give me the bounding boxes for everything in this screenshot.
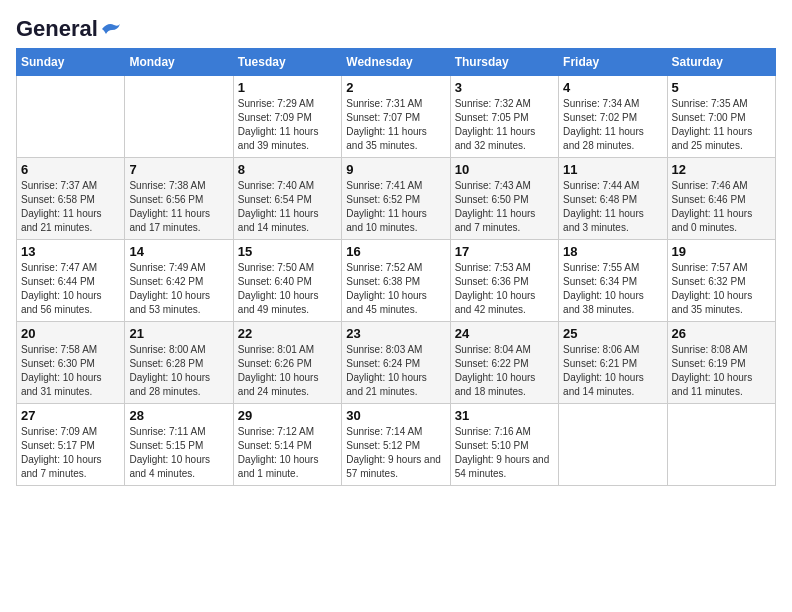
day-number: 17 (455, 244, 554, 259)
calendar-table: SundayMondayTuesdayWednesdayThursdayFrid… (16, 48, 776, 486)
day-detail: Sunrise: 7:46 AM Sunset: 6:46 PM Dayligh… (672, 179, 771, 235)
weekday-header-row: SundayMondayTuesdayWednesdayThursdayFrid… (17, 49, 776, 76)
calendar-cell (125, 76, 233, 158)
calendar-cell: 21Sunrise: 8:00 AM Sunset: 6:28 PM Dayli… (125, 322, 233, 404)
calendar-week-1: 1Sunrise: 7:29 AM Sunset: 7:09 PM Daylig… (17, 76, 776, 158)
day-detail: Sunrise: 7:53 AM Sunset: 6:36 PM Dayligh… (455, 261, 554, 317)
day-number: 9 (346, 162, 445, 177)
day-detail: Sunrise: 8:01 AM Sunset: 6:26 PM Dayligh… (238, 343, 337, 399)
calendar-cell: 14Sunrise: 7:49 AM Sunset: 6:42 PM Dayli… (125, 240, 233, 322)
day-number: 16 (346, 244, 445, 259)
calendar-cell (17, 76, 125, 158)
day-number: 8 (238, 162, 337, 177)
day-detail: Sunrise: 7:58 AM Sunset: 6:30 PM Dayligh… (21, 343, 120, 399)
day-number: 3 (455, 80, 554, 95)
calendar-cell: 22Sunrise: 8:01 AM Sunset: 6:26 PM Dayli… (233, 322, 341, 404)
day-detail: Sunrise: 7:29 AM Sunset: 7:09 PM Dayligh… (238, 97, 337, 153)
calendar-cell: 11Sunrise: 7:44 AM Sunset: 6:48 PM Dayli… (559, 158, 667, 240)
calendar-cell: 5Sunrise: 7:35 AM Sunset: 7:00 PM Daylig… (667, 76, 775, 158)
calendar-cell: 25Sunrise: 8:06 AM Sunset: 6:21 PM Dayli… (559, 322, 667, 404)
day-detail: Sunrise: 7:47 AM Sunset: 6:44 PM Dayligh… (21, 261, 120, 317)
day-detail: Sunrise: 7:44 AM Sunset: 6:48 PM Dayligh… (563, 179, 662, 235)
day-number: 10 (455, 162, 554, 177)
day-number: 5 (672, 80, 771, 95)
calendar-cell: 8Sunrise: 7:40 AM Sunset: 6:54 PM Daylig… (233, 158, 341, 240)
calendar-cell (667, 404, 775, 486)
day-number: 4 (563, 80, 662, 95)
day-number: 29 (238, 408, 337, 423)
day-number: 18 (563, 244, 662, 259)
day-detail: Sunrise: 7:31 AM Sunset: 7:07 PM Dayligh… (346, 97, 445, 153)
day-number: 15 (238, 244, 337, 259)
day-number: 21 (129, 326, 228, 341)
day-number: 28 (129, 408, 228, 423)
day-number: 24 (455, 326, 554, 341)
calendar-cell: 27Sunrise: 7:09 AM Sunset: 5:17 PM Dayli… (17, 404, 125, 486)
calendar-week-3: 13Sunrise: 7:47 AM Sunset: 6:44 PM Dayli… (17, 240, 776, 322)
calendar-body: 1Sunrise: 7:29 AM Sunset: 7:09 PM Daylig… (17, 76, 776, 486)
day-number: 6 (21, 162, 120, 177)
calendar-cell: 6Sunrise: 7:37 AM Sunset: 6:58 PM Daylig… (17, 158, 125, 240)
calendar-cell: 10Sunrise: 7:43 AM Sunset: 6:50 PM Dayli… (450, 158, 558, 240)
calendar-week-4: 20Sunrise: 7:58 AM Sunset: 6:30 PM Dayli… (17, 322, 776, 404)
calendar-cell: 18Sunrise: 7:55 AM Sunset: 6:34 PM Dayli… (559, 240, 667, 322)
day-detail: Sunrise: 7:14 AM Sunset: 5:12 PM Dayligh… (346, 425, 445, 481)
day-detail: Sunrise: 7:55 AM Sunset: 6:34 PM Dayligh… (563, 261, 662, 317)
day-number: 25 (563, 326, 662, 341)
calendar-cell: 1Sunrise: 7:29 AM Sunset: 7:09 PM Daylig… (233, 76, 341, 158)
day-detail: Sunrise: 7:52 AM Sunset: 6:38 PM Dayligh… (346, 261, 445, 317)
calendar-cell: 12Sunrise: 7:46 AM Sunset: 6:46 PM Dayli… (667, 158, 775, 240)
day-number: 12 (672, 162, 771, 177)
day-detail: Sunrise: 7:12 AM Sunset: 5:14 PM Dayligh… (238, 425, 337, 481)
day-detail: Sunrise: 7:11 AM Sunset: 5:15 PM Dayligh… (129, 425, 228, 481)
weekday-header-friday: Friday (559, 49, 667, 76)
weekday-header-monday: Monday (125, 49, 233, 76)
day-detail: Sunrise: 7:41 AM Sunset: 6:52 PM Dayligh… (346, 179, 445, 235)
calendar-cell: 31Sunrise: 7:16 AM Sunset: 5:10 PM Dayli… (450, 404, 558, 486)
day-number: 31 (455, 408, 554, 423)
day-detail: Sunrise: 8:00 AM Sunset: 6:28 PM Dayligh… (129, 343, 228, 399)
day-detail: Sunrise: 8:04 AM Sunset: 6:22 PM Dayligh… (455, 343, 554, 399)
calendar-week-2: 6Sunrise: 7:37 AM Sunset: 6:58 PM Daylig… (17, 158, 776, 240)
day-detail: Sunrise: 7:34 AM Sunset: 7:02 PM Dayligh… (563, 97, 662, 153)
calendar-cell: 9Sunrise: 7:41 AM Sunset: 6:52 PM Daylig… (342, 158, 450, 240)
day-detail: Sunrise: 7:32 AM Sunset: 7:05 PM Dayligh… (455, 97, 554, 153)
calendar-cell: 2Sunrise: 7:31 AM Sunset: 7:07 PM Daylig… (342, 76, 450, 158)
day-number: 22 (238, 326, 337, 341)
calendar-cell: 13Sunrise: 7:47 AM Sunset: 6:44 PM Dayli… (17, 240, 125, 322)
calendar-week-5: 27Sunrise: 7:09 AM Sunset: 5:17 PM Dayli… (17, 404, 776, 486)
calendar-cell: 19Sunrise: 7:57 AM Sunset: 6:32 PM Dayli… (667, 240, 775, 322)
logo: General (16, 16, 122, 38)
day-number: 11 (563, 162, 662, 177)
calendar-cell: 28Sunrise: 7:11 AM Sunset: 5:15 PM Dayli… (125, 404, 233, 486)
day-detail: Sunrise: 7:50 AM Sunset: 6:40 PM Dayligh… (238, 261, 337, 317)
day-detail: Sunrise: 8:03 AM Sunset: 6:24 PM Dayligh… (346, 343, 445, 399)
weekday-header-saturday: Saturday (667, 49, 775, 76)
day-detail: Sunrise: 7:37 AM Sunset: 6:58 PM Dayligh… (21, 179, 120, 235)
day-detail: Sunrise: 8:08 AM Sunset: 6:19 PM Dayligh… (672, 343, 771, 399)
day-number: 30 (346, 408, 445, 423)
day-number: 23 (346, 326, 445, 341)
calendar-cell: 20Sunrise: 7:58 AM Sunset: 6:30 PM Dayli… (17, 322, 125, 404)
calendar-cell: 7Sunrise: 7:38 AM Sunset: 6:56 PM Daylig… (125, 158, 233, 240)
day-detail: Sunrise: 7:09 AM Sunset: 5:17 PM Dayligh… (21, 425, 120, 481)
calendar-cell: 23Sunrise: 8:03 AM Sunset: 6:24 PM Dayli… (342, 322, 450, 404)
day-number: 20 (21, 326, 120, 341)
day-detail: Sunrise: 7:16 AM Sunset: 5:10 PM Dayligh… (455, 425, 554, 481)
day-detail: Sunrise: 7:38 AM Sunset: 6:56 PM Dayligh… (129, 179, 228, 235)
day-number: 7 (129, 162, 228, 177)
calendar-header: SundayMondayTuesdayWednesdayThursdayFrid… (17, 49, 776, 76)
day-detail: Sunrise: 8:06 AM Sunset: 6:21 PM Dayligh… (563, 343, 662, 399)
calendar-cell: 15Sunrise: 7:50 AM Sunset: 6:40 PM Dayli… (233, 240, 341, 322)
weekday-header-tuesday: Tuesday (233, 49, 341, 76)
logo-bird-icon (100, 20, 122, 38)
day-number: 26 (672, 326, 771, 341)
calendar-cell: 17Sunrise: 7:53 AM Sunset: 6:36 PM Dayli… (450, 240, 558, 322)
day-number: 14 (129, 244, 228, 259)
logo-general: General (16, 16, 98, 42)
calendar-cell: 16Sunrise: 7:52 AM Sunset: 6:38 PM Dayli… (342, 240, 450, 322)
calendar-cell: 30Sunrise: 7:14 AM Sunset: 5:12 PM Dayli… (342, 404, 450, 486)
day-number: 13 (21, 244, 120, 259)
weekday-header-thursday: Thursday (450, 49, 558, 76)
day-detail: Sunrise: 7:40 AM Sunset: 6:54 PM Dayligh… (238, 179, 337, 235)
